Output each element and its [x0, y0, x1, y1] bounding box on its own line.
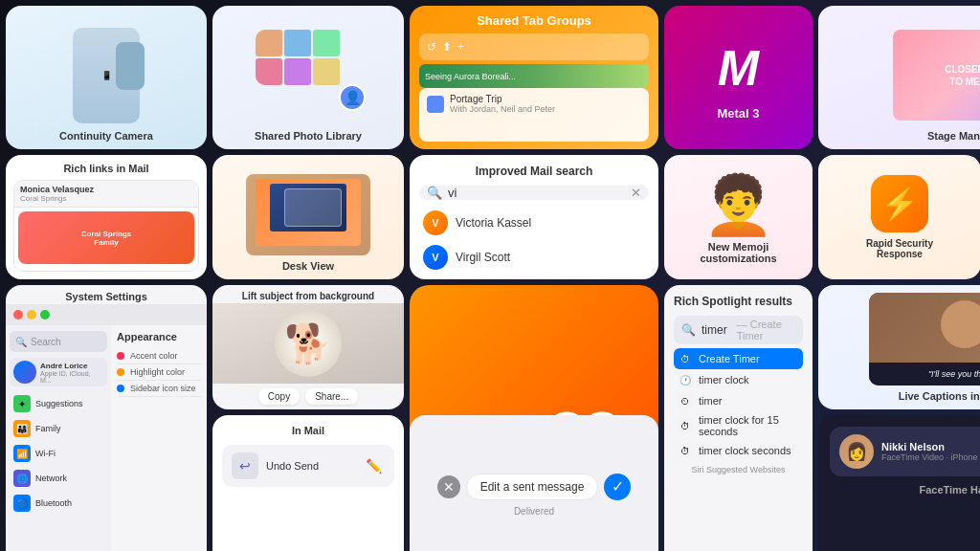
- dog-image: 🐕: [275, 310, 342, 377]
- desk-view-card: Desk View: [212, 155, 404, 279]
- result-icon-4: ⏱: [678, 418, 693, 433]
- maximize-dot[interactable]: [40, 310, 50, 320]
- accent-dot: [117, 352, 124, 360]
- edit-icon[interactable]: ✏️: [362, 454, 385, 477]
- desk-screen-inner: [270, 184, 346, 231]
- result-text-5: timer clock seconds: [699, 445, 791, 456]
- settings-item-network[interactable]: 🌐 Network: [10, 467, 107, 490]
- result-icon-1: ⏱: [678, 351, 693, 366]
- result-icon-5: ⏱: [678, 443, 693, 458]
- ft-name: Nikki Nelson: [881, 441, 980, 452]
- system-settings-title: System Settings: [6, 285, 207, 304]
- continuity-camera-card: 📱 Continuity Camera: [6, 6, 207, 149]
- stage-manager-title: Stage Manager: [818, 130, 980, 142]
- accent-label: Accent color: [130, 351, 178, 361]
- search-icon: 🔍: [15, 337, 27, 347]
- lift-background-card: Lift subject from background 🐕 Copy Shar…: [212, 285, 404, 409]
- memoji-card: 🧑‍🦱 New Memojicustomizations: [664, 155, 813, 279]
- cloud-badge: 👤: [339, 84, 366, 111]
- undo-send-widget[interactable]: ↩ Undo Send ✏️: [222, 445, 394, 487]
- tab-info: Portage Trip With Jordan, Neil and Peter: [450, 94, 555, 114]
- desk-screen: [256, 179, 361, 246]
- delivered-text: Delivered: [514, 506, 554, 517]
- edit-message-card: ✕ Edit a sent message ✓ Delivered: [410, 415, 658, 551]
- result-text-4: timer clock for 15 seconds: [699, 414, 799, 437]
- search-clear-icon[interactable]: ✕: [631, 186, 641, 200]
- user-avatar: [13, 361, 36, 384]
- lift-image: 🐕: [212, 303, 404, 384]
- wifi-label: Wi-Fi: [35, 449, 56, 458]
- security-title: Rapid SecurityResponse: [866, 238, 933, 259]
- captions-content: "I'll see you then...": [928, 369, 980, 379]
- photo-cloud: 👤: [256, 30, 361, 106]
- settings-sidebar: 🔍 Search André Lorice Apple ID, iCloud, …: [6, 325, 111, 551]
- user-sub: Apple ID, iCloud, M...: [40, 370, 103, 384]
- security-icon: ⚡: [871, 175, 928, 232]
- result-text-3: timer: [699, 395, 722, 407]
- result-name-2: Virgil Scott: [456, 251, 510, 264]
- family-icon: 👨‍👩‍👧: [13, 420, 31, 437]
- tab-favicon: [427, 96, 444, 113]
- facetime-avatar: [941, 300, 980, 348]
- stage-manager-card: CLOSERTO ME Stage Manager: [818, 6, 980, 149]
- metal-logo: M: [705, 34, 772, 101]
- spotlight-result-2[interactable]: 🕐 timer clock: [674, 369, 803, 390]
- tab-content: Portage Trip With Jordan, Neil and Peter: [419, 88, 649, 142]
- spotlight-result-1[interactable]: ⏱ Create Timer: [674, 348, 803, 369]
- rich-card-text: Coral SpringsFamily: [81, 230, 131, 247]
- spotlight-search-bar[interactable]: 🔍 timer — Create Timer: [674, 316, 803, 344]
- live-captions-card: "I'll see you then..." Live Captions in …: [818, 285, 980, 409]
- sidebar-option[interactable]: Sidebar icon size: [117, 381, 201, 397]
- photo-cell-4: [256, 58, 282, 85]
- accent-option[interactable]: Accent color: [117, 348, 201, 364]
- spotlight-hint: — Create Timer: [737, 319, 795, 342]
- search-input-value: vi: [448, 186, 625, 200]
- mail-rich-card: Coral SpringsFamily: [18, 211, 194, 264]
- settings-item-bluetooth[interactable]: 🔵 Bluetooth: [10, 492, 107, 515]
- settings-item-suggestions[interactable]: ✦ Suggestions: [10, 392, 107, 415]
- metal3-card: M Metal 3: [664, 6, 813, 149]
- desk-laptop: [246, 174, 370, 255]
- lightning-icon: ⚡: [880, 186, 919, 222]
- captions-video: [869, 293, 980, 363]
- user-info: André Lorice Apple ID, iCloud, M...: [40, 362, 103, 384]
- network-label: Network: [35, 474, 67, 483]
- minimize-dot[interactable]: [27, 310, 36, 320]
- mail-search-title: Improved Mail search: [419, 165, 649, 178]
- captions-screen: "I'll see you then...": [869, 293, 980, 386]
- stage-screen-content: CLOSERTO ME: [893, 30, 980, 121]
- highlight-option[interactable]: Highlight color: [117, 364, 201, 381]
- highlight-dot: [117, 368, 124, 376]
- share-button[interactable]: Share...: [305, 388, 358, 405]
- stage-screen: CLOSERTO ME: [893, 30, 980, 121]
- cancel-button[interactable]: ✕: [437, 475, 460, 498]
- avatar-1: V: [423, 210, 448, 235]
- phone-image: 📱: [73, 28, 140, 123]
- photo-cell-5: [284, 58, 311, 85]
- metal-m-logo: M: [718, 43, 759, 93]
- close-dot[interactable]: [13, 310, 23, 320]
- in-mail-card: In Mail ↩ Undo Send ✏️: [212, 415, 404, 551]
- sidebar-label: Sidebar icon size: [130, 384, 196, 393]
- spotlight-result-3[interactable]: ⏲ timer: [674, 390, 803, 411]
- settings-search[interactable]: 🔍 Search: [10, 331, 107, 352]
- spotlight-result-4[interactable]: ⏱ timer clock for 15 seconds: [674, 411, 803, 440]
- confirm-icon: ✓: [612, 477, 624, 496]
- confirm-button[interactable]: ✓: [604, 474, 631, 500]
- photo-cell-6: [313, 58, 340, 85]
- settings-content: 🔍 Search André Lorice Apple ID, iCloud, …: [6, 325, 207, 551]
- copy-button[interactable]: Copy: [258, 388, 300, 405]
- settings-item-wifi[interactable]: 📶 Wi-Fi: [10, 442, 107, 465]
- settings-item-family[interactable]: 👨‍👩‍👧 Family: [10, 417, 107, 440]
- search-bar[interactable]: 🔍 vi ✕: [419, 186, 649, 200]
- settings-user[interactable]: André Lorice Apple ID, iCloud, M...: [10, 358, 107, 386]
- ft-info: Nikki Nelson FaceTime Video · iPhone >: [881, 441, 980, 462]
- stage-screen-text: CLOSERTO ME: [945, 63, 980, 88]
- tab-bar: ↺ ⬆ +: [419, 33, 649, 60]
- spotlight-result-5[interactable]: ⏱ timer clock seconds: [674, 440, 803, 461]
- avatar-2: V: [423, 245, 448, 270]
- add-tab-icon: +: [457, 40, 464, 54]
- appearance-title: Appearance: [117, 331, 201, 342]
- captions-bar: "I'll see you then...": [869, 363, 980, 386]
- desk-inset-pip: [284, 188, 342, 227]
